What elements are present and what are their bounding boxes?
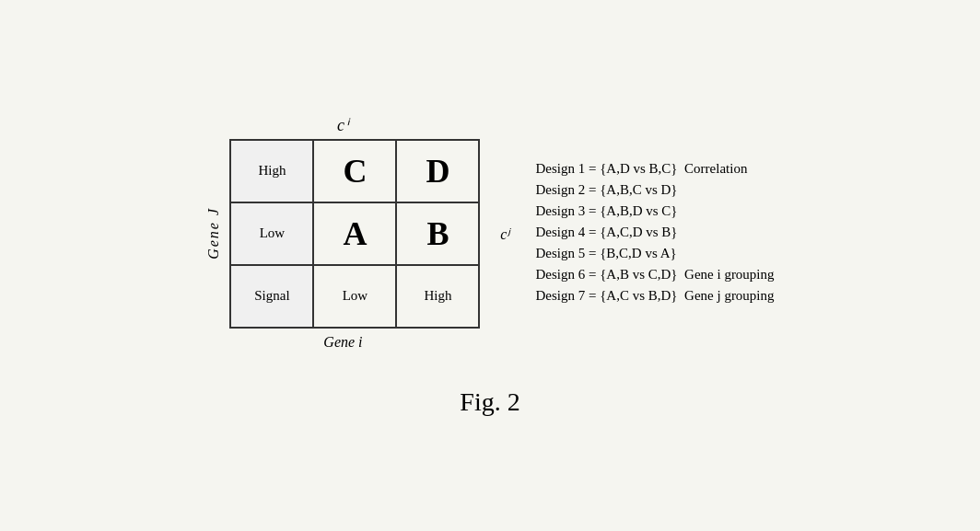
grid-wrapper: High C D Low A B [229,139,480,329]
cell-low: Low [313,265,396,328]
grid-table: High C D Low A B [229,139,480,329]
design-item-7: Design 7 = {A,C vs B,D} Gene j grouping [535,288,774,304]
ci-label: cⁱ [337,115,349,135]
cell-b: B [396,202,479,265]
design-6-text: Design 6 = {A,B vs C,D} [535,267,677,282]
design-7-suffix: Gene j grouping [684,288,774,303]
cell-c-value: C [343,153,367,190]
diagram-area: cⁱ Gene J High C D [205,115,480,351]
main-container: cⁱ Gene J High C D [0,97,980,435]
cell-b-value: B [426,215,449,252]
designs-list: Design 1 = {A,D vs B,C} Correlation Desi… [535,161,774,304]
gene-i-label: Gene i [323,334,362,351]
design-1-text: Design 1 = {A,D vs B,C} [535,161,677,176]
design-7-text: Design 7 = {A,C vs B,D} [535,288,677,303]
design-item-2: Design 2 = {A,B,C vs D} [535,182,774,198]
fig-caption: Fig. 2 [460,387,519,417]
grid-and-gene-j: Gene J High C D Lo [205,139,480,329]
design-3-text: Design 3 = {A,B,D vs C} [535,203,677,218]
design-1-suffix: Correlation [684,161,747,176]
row-header-high: High [230,140,313,202]
design-item-1: Design 1 = {A,D vs B,C} Correlation [535,161,774,177]
row-header-low: Low [230,202,313,265]
design-item-6: Design 6 = {A,B vs C,D} Gene i grouping [535,267,774,283]
row-header-signal: Signal [230,265,313,328]
cell-a-value: A [343,215,367,252]
gene-j-label: Gene J [205,207,222,260]
design-5-text: Design 5 = {B,C,D vs A} [535,246,676,260]
table-row: High C D [230,140,479,202]
design-item-5: Design 5 = {B,C,D vs A} [535,246,774,261]
design-item-3: Design 3 = {A,B,D vs C} [535,203,774,219]
cj-label: cʲ [500,225,509,242]
cell-c: C [313,140,396,202]
cell-a: A [313,202,396,265]
design-4-text: Design 4 = {A,C,D vs B} [535,225,677,239]
design-item-4: Design 4 = {A,C,D vs B} [535,225,774,240]
cell-d-value: D [426,153,449,190]
table-row: Signal Low High [230,265,479,328]
design-2-text: Design 2 = {A,B,C vs D} [535,182,677,197]
table-row: Low A B [230,202,479,265]
cell-high: High [396,265,479,328]
design-6-suffix: Gene i grouping [684,267,774,282]
cell-d: D [396,140,479,202]
content-row: cⁱ Gene J High C D [205,115,774,351]
